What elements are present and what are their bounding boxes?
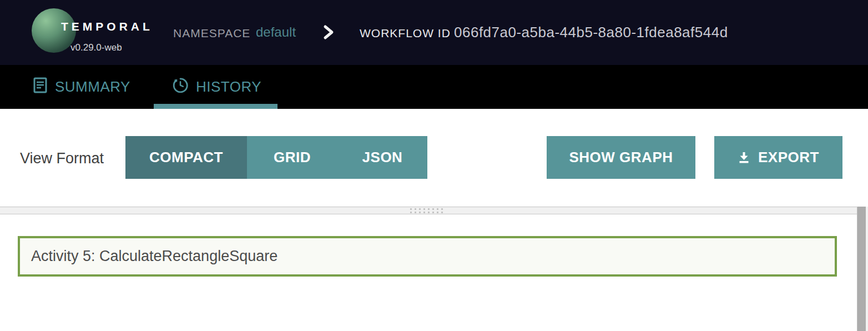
view-format-label: View Format [20,150,104,167]
view-option-compact[interactable]: COMPACT [125,136,247,179]
view-option-json[interactable]: JSON [337,136,427,179]
namespace-selector[interactable]: default [256,24,296,40]
export-button[interactable]: EXPORT [714,136,842,179]
scrollbar-thumb[interactable] [857,207,866,331]
tab-summary-label: SUMMARY [55,78,130,96]
workflow-id-value: 066fd7a0-a5ba-44b5-8a80-1fdea8af544d [454,24,728,41]
splitter-grip-icon [410,208,445,215]
pane-splitter[interactable] [0,207,857,214]
brand-version: v0.29.0-web [70,42,122,53]
temporal-web-app: TEMPORAL v0.29.0-web NAMESPACE default W… [0,0,868,331]
active-tab-indicator [154,104,277,109]
workflow-id-label: WORKFLOW ID [360,27,451,40]
export-label: EXPORT [758,149,819,166]
tab-summary[interactable]: SUMMARY [33,65,130,109]
brand-name: TEMPORAL [61,20,153,33]
top-header: TEMPORAL v0.29.0-web NAMESPACE default W… [0,0,868,65]
download-icon [738,151,750,164]
activity-event-row[interactable]: Activity 5: CalculateRectangleSquare [18,236,837,277]
tab-bar: SUMMARY HISTORY [0,65,868,109]
view-option-grid[interactable]: GRID [247,136,337,179]
activity-title: Activity 5: CalculateRectangleSquare [31,248,277,265]
view-format-segmented-control: COMPACT GRID JSON [125,136,427,179]
show-graph-button[interactable]: SHOW GRAPH [547,136,695,179]
tab-history[interactable]: HISTORY [173,65,261,109]
show-graph-label: SHOW GRAPH [569,149,673,166]
namespace-label: NAMESPACE [173,27,250,40]
chevron-right-icon [322,24,336,42]
tab-history-label: HISTORY [196,78,261,96]
history-clock-icon [173,77,188,97]
summary-list-icon [33,77,47,97]
vertical-scrollbar [857,207,868,331]
